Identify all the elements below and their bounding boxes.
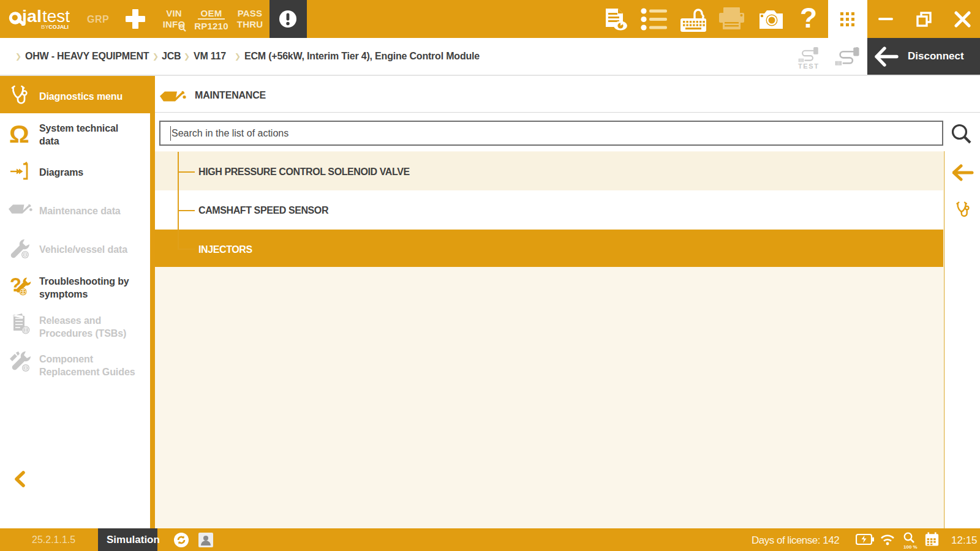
svg-text:jal: jal: [21, 7, 42, 26]
svg-text:test: test: [42, 7, 70, 26]
svg-text:BYCOJALI: BYCOJALI: [41, 24, 69, 30]
